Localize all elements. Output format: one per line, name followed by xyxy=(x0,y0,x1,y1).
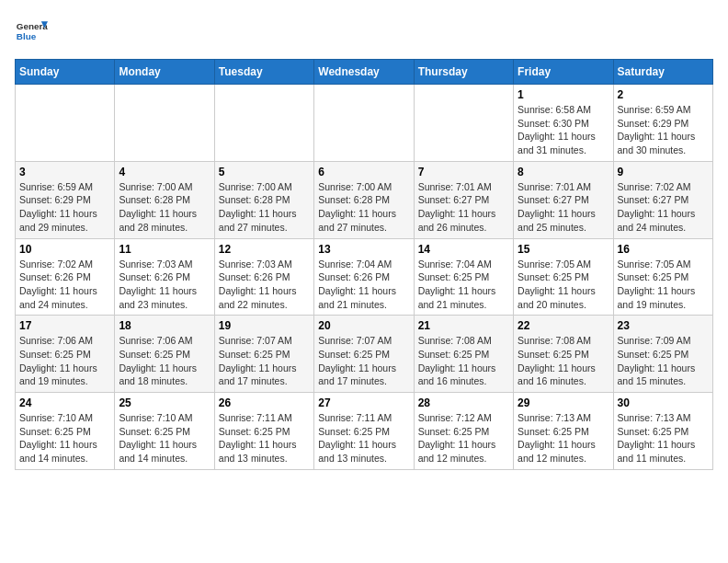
day-info: Sunrise: 7:00 AM Sunset: 6:28 PM Dayligh… xyxy=(219,180,310,235)
calendar-cell: 15Sunrise: 7:05 AM Sunset: 6:25 PM Dayli… xyxy=(514,238,613,316)
day-info: Sunrise: 7:00 AM Sunset: 6:28 PM Dayligh… xyxy=(119,180,210,235)
logo-icon: General Blue xyxy=(15,15,48,48)
day-number: 2 xyxy=(618,88,709,101)
day-number: 4 xyxy=(119,166,210,178)
svg-text:Blue: Blue xyxy=(17,31,37,41)
calendar-cell: 3Sunrise: 6:59 AM Sunset: 6:29 PM Daylig… xyxy=(16,161,115,238)
day-info: Sunrise: 6:59 AM Sunset: 6:29 PM Dayligh… xyxy=(19,180,110,235)
calendar-week-row: 10Sunrise: 7:02 AM Sunset: 6:26 PM Dayli… xyxy=(16,238,713,316)
calendar-cell: 21Sunrise: 7:08 AM Sunset: 6:25 PM Dayli… xyxy=(414,316,513,393)
calendar-cell: 11Sunrise: 7:03 AM Sunset: 6:26 PM Dayli… xyxy=(115,238,214,316)
day-info: Sunrise: 7:11 AM Sunset: 6:25 PM Dayligh… xyxy=(219,411,310,465)
calendar-cell: 23Sunrise: 7:09 AM Sunset: 6:25 PM Dayli… xyxy=(613,316,712,393)
day-info: Sunrise: 6:58 AM Sunset: 6:30 PM Dayligh… xyxy=(518,103,609,157)
calendar-cell: 22Sunrise: 7:08 AM Sunset: 6:25 PM Dayli… xyxy=(514,316,613,393)
calendar-cell: 10Sunrise: 7:02 AM Sunset: 6:26 PM Dayli… xyxy=(16,238,115,316)
day-info: Sunrise: 7:04 AM Sunset: 6:25 PM Dayligh… xyxy=(418,258,509,312)
day-info: Sunrise: 7:13 AM Sunset: 6:25 PM Dayligh… xyxy=(518,411,609,465)
day-number: 28 xyxy=(418,396,509,409)
calendar-day-header: Tuesday xyxy=(214,60,313,85)
day-info: Sunrise: 7:05 AM Sunset: 6:25 PM Dayligh… xyxy=(618,258,709,312)
calendar-cell xyxy=(115,85,214,162)
day-number: 10 xyxy=(19,243,110,256)
day-info: Sunrise: 7:00 AM Sunset: 6:28 PM Dayligh… xyxy=(318,180,409,235)
calendar-week-row: 24Sunrise: 7:10 AM Sunset: 6:25 PM Dayli… xyxy=(16,393,713,470)
calendar-cell: 17Sunrise: 7:06 AM Sunset: 6:25 PM Dayli… xyxy=(16,316,115,393)
calendar-cell: 26Sunrise: 7:11 AM Sunset: 6:25 PM Dayli… xyxy=(214,393,313,470)
calendar-table: SundayMondayTuesdayWednesdayThursdayFrid… xyxy=(15,59,713,470)
day-number: 8 xyxy=(518,166,609,178)
calendar-cell: 18Sunrise: 7:06 AM Sunset: 6:25 PM Dayli… xyxy=(115,316,214,393)
calendar-cell: 12Sunrise: 7:03 AM Sunset: 6:26 PM Dayli… xyxy=(214,238,313,316)
day-info: Sunrise: 7:11 AM Sunset: 6:25 PM Dayligh… xyxy=(318,411,409,465)
calendar-cell: 4Sunrise: 7:00 AM Sunset: 6:28 PM Daylig… xyxy=(115,161,214,238)
day-number: 9 xyxy=(618,166,709,178)
day-info: Sunrise: 7:06 AM Sunset: 6:25 PM Dayligh… xyxy=(119,334,210,388)
day-info: Sunrise: 7:03 AM Sunset: 6:26 PM Dayligh… xyxy=(119,258,210,312)
day-info: Sunrise: 7:05 AM Sunset: 6:25 PM Dayligh… xyxy=(518,258,609,312)
day-info: Sunrise: 7:06 AM Sunset: 6:25 PM Dayligh… xyxy=(19,334,110,388)
calendar-cell: 2Sunrise: 6:59 AM Sunset: 6:29 PM Daylig… xyxy=(613,85,712,162)
day-number: 12 xyxy=(219,243,310,256)
day-info: Sunrise: 7:02 AM Sunset: 6:27 PM Dayligh… xyxy=(618,180,709,235)
calendar-day-header: Friday xyxy=(514,60,613,85)
day-number: 15 xyxy=(518,243,609,256)
calendar-week-row: 1Sunrise: 6:58 AM Sunset: 6:30 PM Daylig… xyxy=(16,85,713,162)
calendar-cell: 19Sunrise: 7:07 AM Sunset: 6:25 PM Dayli… xyxy=(214,316,313,393)
calendar-cell: 29Sunrise: 7:13 AM Sunset: 6:25 PM Dayli… xyxy=(514,393,613,470)
calendar-day-header: Saturday xyxy=(613,60,712,85)
calendar-day-header: Thursday xyxy=(414,60,513,85)
day-info: Sunrise: 7:07 AM Sunset: 6:25 PM Dayligh… xyxy=(219,334,310,388)
day-number: 25 xyxy=(119,396,210,409)
day-number: 3 xyxy=(19,166,110,178)
day-number: 30 xyxy=(618,396,709,409)
day-info: Sunrise: 7:03 AM Sunset: 6:26 PM Dayligh… xyxy=(219,258,310,312)
day-info: Sunrise: 7:08 AM Sunset: 6:25 PM Dayligh… xyxy=(418,334,509,388)
calendar-cell: 24Sunrise: 7:10 AM Sunset: 6:25 PM Dayli… xyxy=(16,393,115,470)
calendar-cell xyxy=(414,85,513,162)
day-number: 26 xyxy=(219,396,310,409)
day-number: 7 xyxy=(418,166,509,178)
page-header: General Blue xyxy=(15,15,713,48)
calendar-cell: 5Sunrise: 7:00 AM Sunset: 6:28 PM Daylig… xyxy=(214,161,313,238)
calendar-cell: 13Sunrise: 7:04 AM Sunset: 6:26 PM Dayli… xyxy=(314,238,414,316)
calendar-cell xyxy=(314,85,414,162)
calendar-cell: 1Sunrise: 6:58 AM Sunset: 6:30 PM Daylig… xyxy=(514,85,613,162)
day-info: Sunrise: 7:13 AM Sunset: 6:25 PM Dayligh… xyxy=(618,411,709,465)
calendar-cell: 27Sunrise: 7:11 AM Sunset: 6:25 PM Dayli… xyxy=(314,393,414,470)
calendar-week-row: 3Sunrise: 6:59 AM Sunset: 6:29 PM Daylig… xyxy=(16,161,713,238)
calendar-header: SundayMondayTuesdayWednesdayThursdayFrid… xyxy=(16,60,713,85)
calendar-cell: 25Sunrise: 7:10 AM Sunset: 6:25 PM Dayli… xyxy=(115,393,214,470)
day-number: 14 xyxy=(418,243,509,256)
calendar-cell: 30Sunrise: 7:13 AM Sunset: 6:25 PM Dayli… xyxy=(613,393,712,470)
calendar-week-row: 17Sunrise: 7:06 AM Sunset: 6:25 PM Dayli… xyxy=(16,316,713,393)
day-info: Sunrise: 7:12 AM Sunset: 6:25 PM Dayligh… xyxy=(418,411,509,465)
day-info: Sunrise: 7:01 AM Sunset: 6:27 PM Dayligh… xyxy=(518,180,609,235)
day-number: 21 xyxy=(418,319,509,332)
calendar-cell: 7Sunrise: 7:01 AM Sunset: 6:27 PM Daylig… xyxy=(414,161,513,238)
day-number: 11 xyxy=(119,243,210,256)
calendar-cell xyxy=(214,85,313,162)
day-number: 1 xyxy=(518,88,609,101)
day-info: Sunrise: 7:02 AM Sunset: 6:26 PM Dayligh… xyxy=(19,258,110,312)
calendar-cell xyxy=(16,85,115,162)
day-info: Sunrise: 7:10 AM Sunset: 6:25 PM Dayligh… xyxy=(119,411,210,465)
day-info: Sunrise: 7:07 AM Sunset: 6:25 PM Dayligh… xyxy=(318,334,409,388)
day-info: Sunrise: 7:08 AM Sunset: 6:25 PM Dayligh… xyxy=(518,334,609,388)
calendar-cell: 6Sunrise: 7:00 AM Sunset: 6:28 PM Daylig… xyxy=(314,161,414,238)
day-number: 16 xyxy=(618,243,709,256)
day-number: 20 xyxy=(318,319,409,332)
logo: General Blue xyxy=(15,15,48,48)
day-number: 22 xyxy=(518,319,609,332)
day-info: Sunrise: 7:09 AM Sunset: 6:25 PM Dayligh… xyxy=(618,334,709,388)
day-info: Sunrise: 7:04 AM Sunset: 6:26 PM Dayligh… xyxy=(318,258,409,312)
day-info: Sunrise: 6:59 AM Sunset: 6:29 PM Dayligh… xyxy=(618,103,709,157)
day-number: 5 xyxy=(219,166,310,178)
calendar-cell: 14Sunrise: 7:04 AM Sunset: 6:25 PM Dayli… xyxy=(414,238,513,316)
calendar-cell: 9Sunrise: 7:02 AM Sunset: 6:27 PM Daylig… xyxy=(613,161,712,238)
day-info: Sunrise: 7:10 AM Sunset: 6:25 PM Dayligh… xyxy=(19,411,110,465)
day-number: 19 xyxy=(219,319,310,332)
calendar-day-header: Sunday xyxy=(16,60,115,85)
day-number: 27 xyxy=(318,396,409,409)
calendar-cell: 28Sunrise: 7:12 AM Sunset: 6:25 PM Dayli… xyxy=(414,393,513,470)
